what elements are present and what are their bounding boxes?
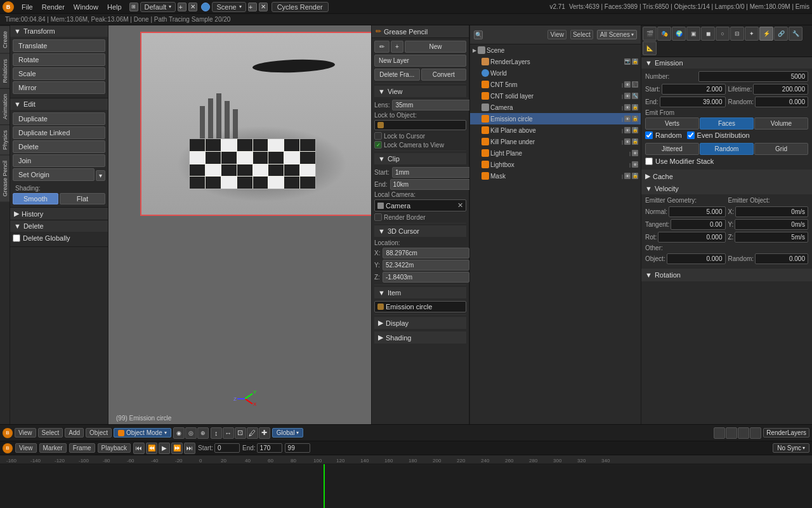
lifetime-value[interactable]: 200.000: [753, 84, 808, 95]
cache-header[interactable]: ▶ Cache: [641, 170, 812, 182]
delete-button[interactable]: Delete: [13, 140, 105, 153]
tree-item-cnt5nm[interactable]: CNT 5nm | 👁 🎥: [470, 79, 641, 90]
cursor-y-input[interactable]: [383, 260, 469, 271]
faces-button[interactable]: Faces: [700, 117, 754, 130]
viewport[interactable]: (99) Emission circle X Y Z: [108, 25, 371, 424]
menu-help[interactable]: Help: [103, 2, 126, 12]
props-tab-data[interactable]: 📐: [643, 41, 657, 55]
gp-convert-button[interactable]: Convert: [421, 69, 467, 81]
join-button[interactable]: Join: [13, 154, 105, 167]
item-name-row[interactable]: Emission circle: [374, 301, 466, 312]
tree-item-scene[interactable]: ▶ Scene: [470, 44, 641, 56]
shading-header-gp[interactable]: ▶ Shading: [374, 331, 466, 344]
end-value[interactable]: 39.000: [660, 97, 726, 107]
view-header[interactable]: ▼ View: [374, 86, 466, 97]
x-value[interactable]: 0m/s: [735, 206, 808, 217]
props-tab-material[interactable]: ○: [716, 27, 730, 41]
clip-header[interactable]: ▼ Clip: [374, 153, 466, 164]
lens-input[interactable]: [392, 100, 479, 110]
timeline-end-input[interactable]: [257, 443, 282, 453]
ti-icon[interactable]: 👁: [624, 104, 631, 110]
delete-header[interactable]: ▼ Delete: [10, 220, 108, 232]
props-tab-modifiers[interactable]: 🔧: [789, 27, 802, 41]
timeline-track[interactable]: [0, 464, 812, 508]
rt-icon-1[interactable]: [714, 427, 725, 439]
side-tab-grease-pencil[interactable]: Grease Pencil: [0, 155, 10, 202]
clip-start-input[interactable]: [392, 167, 479, 178]
ti-icons-group[interactable]: 🔧: [632, 93, 638, 99]
props-tab-physics[interactable]: ⚡: [759, 27, 773, 41]
current-frame-input[interactable]: [285, 443, 310, 453]
duplicate-button[interactable]: Duplicate: [13, 112, 105, 125]
ti-icon-2[interactable]: 🔒: [632, 58, 638, 65]
rt-icon-4[interactable]: [750, 427, 761, 439]
gp-add-button[interactable]: +: [391, 41, 403, 53]
menu-file[interactable]: File: [18, 2, 37, 12]
jump-end-btn[interactable]: ⏭: [184, 443, 195, 454]
modifier-stack-checkbox[interactable]: [645, 157, 653, 165]
tool-icon-5[interactable]: ✚: [259, 427, 270, 439]
viewport-container[interactable]: (99) Emission circle X Y Z: [108, 25, 371, 424]
rotation-header[interactable]: ▼ Rotation: [641, 269, 812, 281]
props-tab-render[interactable]: 🎬: [643, 27, 657, 41]
local-camera-input[interactable]: Camera ✕: [374, 199, 466, 211]
normal-value[interactable]: 5.000: [669, 206, 725, 217]
ti-render-icon[interactable]: 🎥: [632, 81, 638, 88]
ti-eye-icon[interactable]: 👁: [624, 81, 631, 88]
props-tab-object[interactable]: ▣: [686, 27, 700, 41]
rt-icon-3[interactable]: [738, 427, 749, 439]
menu-render[interactable]: Render: [38, 2, 69, 12]
props-tab-particles[interactable]: ✦: [745, 27, 759, 41]
tree-item-world[interactable]: World: [470, 67, 641, 79]
ti-icon[interactable]: 👁: [624, 116, 631, 122]
ti-icon[interactable]: 🔒: [632, 138, 638, 145]
cursor-header[interactable]: ▼ 3D Cursor: [374, 225, 466, 237]
scene-add[interactable]: +: [248, 3, 257, 11]
props-tab-texture[interactable]: ⊟: [730, 27, 744, 41]
cursor-x-input[interactable]: [383, 248, 469, 258]
side-tab-animation[interactable]: Animation: [0, 88, 10, 124]
render-layers-btn[interactable]: RenderLayers: [763, 428, 809, 438]
props-tab-constraints[interactable]: 🔗: [774, 27, 788, 41]
lock-object-input[interactable]: [374, 120, 466, 130]
rt-icon-2[interactable]: [726, 427, 737, 439]
lock-camera-checkbox[interactable]: ✓: [374, 141, 382, 149]
side-tab-physics[interactable]: Physics: [0, 124, 10, 155]
start-value[interactable]: 2.000: [662, 84, 726, 95]
props-tab-mesh[interactable]: ◼: [701, 27, 715, 41]
random-checkbox[interactable]: [645, 131, 653, 139]
prev-frame-btn[interactable]: ⏪: [146, 443, 157, 454]
ti-icon-1[interactable]: 📷: [624, 58, 631, 65]
z-value[interactable]: 5m/s: [735, 232, 808, 243]
ti-icon[interactable]: 🔒: [632, 127, 638, 133]
flat-button[interactable]: Flat: [60, 193, 105, 204]
scale-button[interactable]: Scale: [13, 67, 105, 80]
play-btn[interactable]: ▶: [159, 443, 170, 454]
tree-item-renderlayers[interactable]: RenderLayers 📷 🔒: [470, 56, 641, 67]
render-engine-selector[interactable]: Cycles Render: [272, 2, 329, 12]
add-menu[interactable]: Add: [65, 428, 84, 438]
display-header[interactable]: ▶ Display: [374, 317, 466, 329]
timeline-view-menu[interactable]: View: [15, 443, 37, 453]
y-value[interactable]: 0m/s: [735, 219, 808, 230]
ti-eye-icon[interactable]: 👁: [624, 93, 631, 99]
tree-item-mask[interactable]: Mask | 👁 🔒: [470, 170, 641, 182]
tool-icon-1[interactable]: ↕: [211, 427, 222, 439]
object-value[interactable]: 0.000: [667, 253, 726, 264]
ti-icon[interactable]: 🔒: [632, 173, 638, 179]
translate-button[interactable]: Translate: [13, 39, 105, 52]
tree-item-lightbox[interactable]: Lightbox | 👁: [470, 159, 641, 170]
ti-icon[interactable]: 👁: [632, 161, 638, 168]
side-tab-relations[interactable]: Relations: [0, 53, 10, 88]
random-dist-button[interactable]: Random: [700, 143, 754, 155]
tree-item-kill-above[interactable]: Kill Plane above | 👁 🔒: [470, 124, 641, 136]
scene-selector[interactable]: Scene ▾: [212, 2, 246, 12]
mode-selector[interactable]: Object Mode ▾: [114, 428, 171, 438]
delete-globally-checkbox[interactable]: [13, 234, 20, 242]
tree-item-camera[interactable]: Camera | 👁 🔒: [470, 102, 641, 113]
emission-section-header[interactable]: ▼ Emission: [641, 57, 812, 69]
next-frame-btn[interactable]: ⏩: [171, 443, 183, 454]
tool-icon-4[interactable]: 🖊: [247, 427, 258, 439]
timeline-playback-menu[interactable]: Playback: [98, 443, 131, 453]
gp-pencil-button[interactable]: ✏: [374, 41, 390, 53]
